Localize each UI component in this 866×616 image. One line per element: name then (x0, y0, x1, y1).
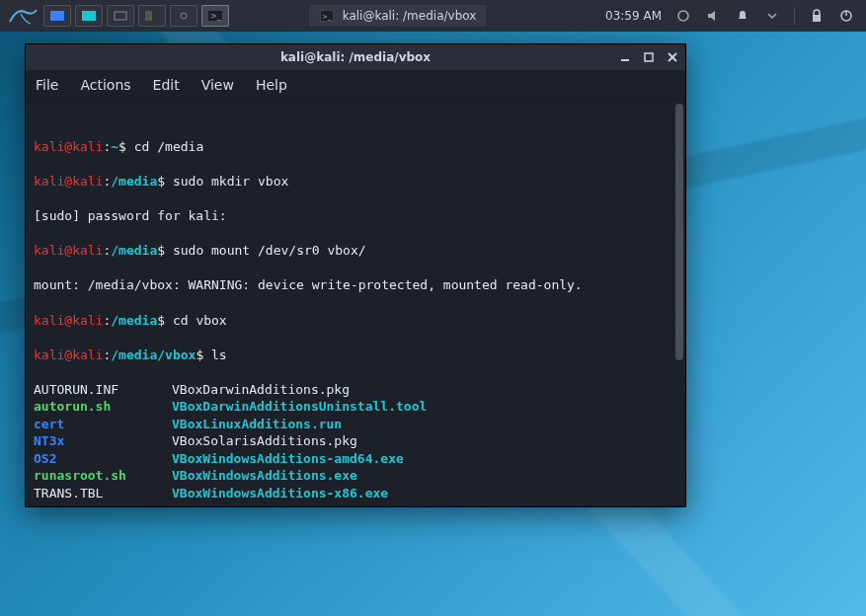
mount-warning: mount: /media/vbox: WARNING: device writ… (34, 276, 677, 294)
volume-icon[interactable] (705, 8, 721, 24)
svg-rect-4 (152, 11, 159, 21)
ls-file: VBoxWindowsAdditions-amd64.exe (172, 450, 677, 468)
minimize-button[interactable] (618, 50, 632, 64)
ls-file: runasroot.sh (34, 467, 172, 485)
taskbar-app-1[interactable] (43, 5, 71, 27)
cmd-ls: ls (211, 347, 227, 362)
terminal-window: kali@kali: /media/vbox File Actions Edit… (25, 43, 686, 507)
svg-rect-0 (50, 11, 64, 21)
power-icon[interactable] (838, 8, 854, 24)
taskbar-app-3[interactable] (107, 5, 134, 27)
prompt-user: kali (34, 139, 64, 154)
circle-icon[interactable] (675, 8, 691, 24)
lock-icon[interactable] (809, 8, 825, 24)
svg-rect-1 (82, 11, 96, 21)
ls-file: cert (34, 416, 172, 433)
caret-down-icon[interactable] (764, 8, 780, 24)
ls-file: OS2 (34, 450, 172, 468)
kali-logo-icon[interactable] (6, 2, 39, 30)
ls-file: TRANS.TBL (34, 485, 172, 502)
window-title: kali@kali: /media/vbox (280, 50, 431, 64)
svg-text:>_: >_ (322, 13, 332, 21)
maximize-button[interactable] (642, 50, 656, 64)
ls-file: VBoxDarwinAdditionsUninstall.tool (172, 398, 677, 416)
svg-rect-15 (645, 53, 653, 61)
panel-window-title: kali@kali: /media/vbox (343, 9, 477, 23)
ls-file: VBoxWindowsAdditions-x86.exe (172, 485, 677, 502)
ls-file: VBoxSolarisAdditions.pkg (172, 432, 677, 450)
menu-actions[interactable]: Actions (80, 77, 130, 93)
panel-clock[interactable]: 03:59 AM (605, 9, 662, 23)
ls-file: VBoxDarwinAdditions.pkg (172, 381, 677, 399)
menu-view[interactable]: View (201, 77, 234, 93)
cmd-cd-media: cd /media (134, 139, 203, 154)
bell-icon[interactable] (735, 8, 750, 24)
ls-file: NT3x (34, 432, 172, 450)
terminal-menubar: File Actions Edit View Help (26, 70, 685, 100)
top-panel: >_ >_ kali@kali: /media/vbox 03:59 AM (0, 0, 866, 32)
sudo-prompt: [sudo] password for kali: (34, 207, 677, 225)
scrollbar-thumb[interactable] (675, 104, 683, 360)
menu-file[interactable]: File (36, 77, 58, 93)
close-button[interactable] (666, 50, 679, 64)
window-titlebar[interactable]: kali@kali: /media/vbox (26, 44, 685, 70)
svg-point-5 (181, 13, 187, 19)
ls-listing: AUTORUN.INFVBoxDarwinAdditions.pkgautoru… (34, 381, 677, 502)
menu-edit[interactable]: Edit (153, 77, 180, 93)
svg-rect-11 (813, 15, 821, 22)
ls-file: VBoxWindowsAdditions.exe (172, 467, 677, 485)
ls-file: autorun.sh (34, 398, 172, 416)
taskbar-app-4[interactable] (138, 5, 166, 27)
ls-file: VBoxLinuxAdditions.run (172, 416, 677, 433)
svg-point-10 (678, 11, 688, 21)
terminal-output[interactable]: kali@kali:~$ cd /media kali@kali:/media$… (26, 100, 685, 506)
menu-help[interactable]: Help (256, 77, 287, 93)
cmd-mkdir: sudo mkdir vbox (173, 174, 288, 189)
cmd-cd-vbox: cd vbox (173, 313, 227, 328)
cmd-mount: sudo mount /dev/sr0 vbox/ (173, 243, 366, 258)
svg-rect-3 (145, 11, 152, 21)
panel-active-window[interactable]: >_ kali@kali: /media/vbox (309, 5, 487, 27)
taskbar-app-2[interactable] (75, 5, 103, 27)
svg-rect-2 (115, 12, 126, 20)
tray-divider (794, 7, 795, 25)
terminal-icon: >_ (319, 8, 335, 24)
ls-file: AUTORUN.INF (34, 381, 172, 399)
